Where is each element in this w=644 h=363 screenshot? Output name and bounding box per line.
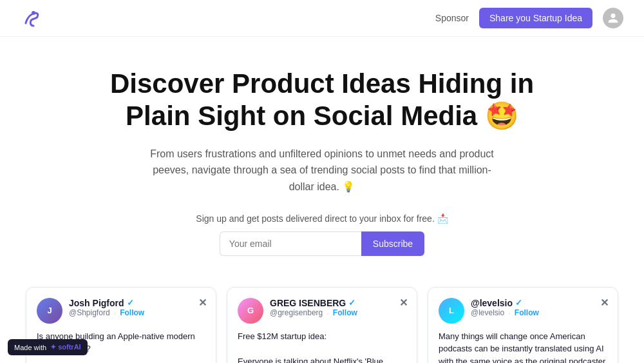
tweet-name-1: Josh Pigford ✓ [69, 298, 205, 308]
tweet-name-3: @levelsio ✓ [471, 298, 607, 308]
hero-section: Discover Product Ideas Hiding in Plain S… [64, 37, 580, 271]
follow-button-1[interactable]: Follow [120, 308, 144, 317]
tweet-body-3: Many things will change once American po… [439, 330, 607, 363]
hero-title: Discover Product Ideas Hiding in Plain S… [85, 68, 559, 133]
share-startup-button[interactable]: Share you Startup Idea [479, 8, 592, 28]
tweet-body-2: Free $12M startup idea: Everyone is talk… [238, 330, 406, 363]
tweet-header-3: L @levelsio ✓ @levelsio · Follow [439, 298, 607, 324]
tweet-handle-2: @gregisenberg [270, 308, 323, 317]
user-avatar[interactable] [603, 8, 623, 28]
signup-text: Sign up and get posts delivered direct t… [85, 213, 559, 224]
verified-badge-3: ✓ [515, 298, 522, 308]
tweet-user-info-3: @levelsio ✓ @levelsio · Follow [471, 298, 607, 318]
tweet-user-info-1: Josh Pigford ✓ @Shpigford · Follow [69, 298, 205, 318]
verified-badge-2: ✓ [348, 298, 355, 308]
svg-point-0 [32, 11, 35, 15]
email-form: Subscribe [85, 231, 559, 256]
header-right: Sponsor Share you Startup Idea [435, 8, 623, 28]
email-input[interactable] [220, 231, 361, 256]
x-close-icon[interactable]: ✕ [198, 297, 207, 309]
tweet-cards-section: ✕ J Josh Pigford ✓ @Shpigford · Follow I… [0, 271, 644, 363]
header: Sponsor Share you Startup Idea [0, 0, 644, 37]
verified-badge-1: ✓ [127, 298, 134, 308]
x-close-icon-3[interactable]: ✕ [600, 297, 609, 309]
hero-subtitle: From users frustrations and unfiltered o… [142, 146, 502, 195]
sponsor-link[interactable]: Sponsor [435, 13, 469, 23]
tweet-avatar-1: J [37, 298, 62, 324]
tweet-handle-1: @Shpigford [69, 308, 110, 317]
made-with-text: Made with [14, 344, 46, 351]
follow-button-3[interactable]: Follow [515, 308, 539, 317]
tweet-handle-3: @levelsio [471, 308, 504, 317]
tweet-user-info-2: GREG ISENBERG ✓ @gregisenberg · Follow [270, 298, 406, 318]
tweet-header-2: G GREG ISENBERG ✓ @gregisenberg · Follow [238, 298, 406, 324]
tweet-header-1: J Josh Pigford ✓ @Shpigford · Follow [37, 298, 205, 324]
x-close-icon-2[interactable]: ✕ [399, 297, 408, 309]
tweet-avatar-2: G [238, 298, 263, 324]
logo-icon [21, 8, 41, 28]
logo-area [21, 8, 41, 28]
follow-button-2[interactable]: Follow [333, 308, 357, 317]
subscribe-button[interactable]: Subscribe [361, 231, 424, 256]
tweet-avatar-3: L [439, 298, 464, 324]
tweet-card-3: ✕ L @levelsio ✓ @levelsio · Follow Many … [428, 287, 618, 363]
made-with-badge: Made with ✦ softrAI [8, 339, 88, 355]
tweet-card-2: ✕ G GREG ISENBERG ✓ @gregisenberg · Foll… [227, 287, 417, 363]
softr-logo: ✦ softrAI [50, 343, 81, 351]
tweet-name-2: GREG ISENBERG ✓ [270, 298, 406, 308]
